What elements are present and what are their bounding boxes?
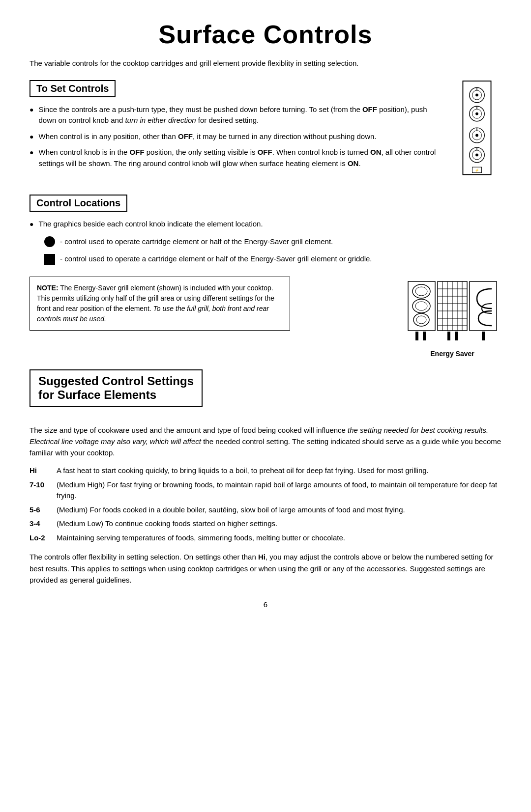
control-locations-intro-text: The graphics beside each control knob in… — [38, 219, 263, 230]
to-set-controls-content: To Set Controls Since the controls are a… — [30, 80, 442, 174]
energy-saver-svg — [406, 277, 499, 345]
svg-text:⚡: ⚡ — [475, 168, 479, 172]
bullet-text-3: When control knob is in the OFF position… — [38, 147, 442, 169]
bullet-item-3: When control knob is in the OFF position… — [30, 147, 442, 169]
suggested-intro: The size and type of cookware used and t… — [30, 424, 502, 459]
bullet-item-1: Since the controls are a push-turn type,… — [30, 104, 442, 126]
svg-point-7 — [475, 112, 478, 115]
page-number: 6 — [30, 600, 502, 609]
bullet-item-2: When control is in any position, other t… — [30, 131, 442, 142]
setting-5-6-label: 5-6 — [30, 504, 57, 516]
settings-list: Hi A fast heat to start cooking quickly,… — [30, 465, 502, 543]
svg-point-15 — [475, 153, 478, 156]
setting-lo-2-label: Lo-2 — [30, 532, 57, 544]
setting-7-10: 7-10 (Medium High) For fast frying or br… — [30, 479, 502, 502]
note-label: NOTE: — [37, 284, 59, 292]
energy-saver-image-container: Energy Saver — [403, 277, 502, 358]
note-text: The Energy-Saver grill element (shown) i… — [37, 284, 274, 323]
square-icon-row: - control used to operate a cartridge el… — [30, 253, 502, 265]
note-content: NOTE: The Energy-Saver grill element (sh… — [30, 277, 388, 339]
square-icon — [44, 254, 55, 265]
svg-rect-39 — [415, 332, 418, 340]
setting-hi-text: A fast heat to start cooking quickly, to… — [57, 465, 429, 476]
setting-5-6-text: (Medium) For foods cooked in a double bo… — [57, 504, 405, 516]
setting-lo-2: Lo-2 Maintaining serving temperatures of… — [30, 532, 502, 544]
control-locations-intro: The graphics beside each control knob in… — [30, 219, 502, 230]
bullet-text-2: When control is in any position, other t… — [38, 131, 376, 142]
setting-7-10-text: (Medium High) For fast frying or brownin… — [57, 479, 502, 502]
suggested-heading-line2: for Surface Elements — [38, 388, 156, 401]
suggested-settings-section: Suggested Control Settings for Surface E… — [30, 369, 502, 416]
svg-point-3 — [475, 93, 478, 96]
setting-7-10-label: 7-10 — [30, 479, 57, 491]
control-panel-image: ⚡ — [457, 80, 502, 180]
svg-rect-43 — [482, 332, 485, 340]
circle-icon-text: - control used to operate cartridge elem… — [60, 236, 333, 248]
to-set-controls-section: To Set Controls Since the controls are a… — [30, 80, 502, 180]
control-locations-heading: Control Locations — [30, 195, 127, 212]
setting-5-6: 5-6 (Medium) For foods cooked in a doubl… — [30, 504, 502, 516]
note-box: NOTE: The Energy-Saver grill element (sh… — [30, 277, 290, 331]
note-section: NOTE: The Energy-Saver grill element (sh… — [30, 277, 502, 358]
control-locations-section: Control Locations The graphics beside ea… — [30, 195, 502, 265]
to-set-controls-list: Since the controls are a push-turn type,… — [30, 104, 442, 169]
svg-point-11 — [475, 134, 478, 137]
svg-rect-42 — [455, 332, 458, 340]
to-set-controls-heading: To Set Controls — [30, 80, 116, 97]
setting-3-4-text: (Medium Low) To continue cooking foods s… — [57, 518, 277, 530]
suggested-settings-heading: Suggested Control Settings for Surface E… — [30, 369, 203, 407]
setting-hi: Hi A fast heat to start cooking quickly,… — [30, 465, 502, 476]
circle-icon — [44, 236, 55, 247]
page-title: Surface Controls — [30, 20, 502, 49]
intro-text: The variable controls for the cooktop ca… — [30, 58, 502, 69]
suggested-heading-line1: Suggested Control Settings — [38, 374, 194, 388]
square-icon-text: - control used to operate a cartridge el… — [60, 253, 372, 265]
setting-lo-2-text: Maintaining serving temperatures of food… — [57, 532, 345, 544]
closing-text: The controls offer flexibility in settin… — [30, 551, 502, 586]
svg-rect-41 — [447, 332, 450, 340]
setting-hi-label: Hi — [30, 465, 57, 476]
bullet-text-1: Since the controls are a push-turn type,… — [38, 104, 442, 126]
control-panel-svg: ⚡ — [457, 80, 497, 178]
setting-3-4-label: 3-4 — [30, 518, 57, 530]
circle-icon-row: - control used to operate cartridge elem… — [30, 236, 502, 248]
energy-saver-label: Energy Saver — [403, 350, 502, 358]
svg-rect-40 — [423, 332, 426, 340]
setting-3-4: 3-4 (Medium Low) To continue cooking foo… — [30, 518, 502, 530]
